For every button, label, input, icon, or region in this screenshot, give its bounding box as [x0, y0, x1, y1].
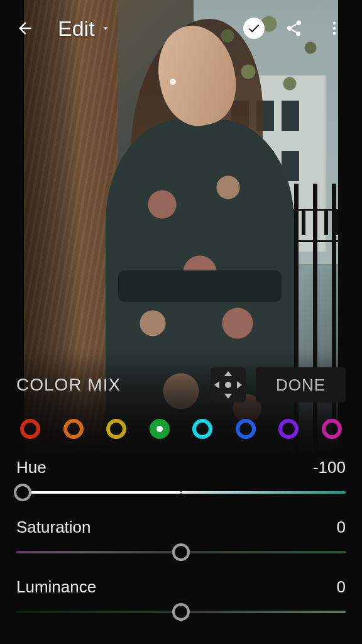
color-swatch-purple[interactable] [278, 419, 299, 439]
hue-slider[interactable] [16, 486, 346, 499]
color-mix-panel: COLOR MIX DONE Hue -100 [0, 355, 362, 644]
top-bar: Edit [0, 0, 362, 57]
done-label: DONE [276, 375, 326, 395]
hue-slider-group: Hue -100 [16, 458, 346, 499]
saturation-value: 0 [337, 518, 346, 537]
photo-subject-earring [170, 79, 176, 85]
panel-title: COLOR MIX [16, 375, 121, 395]
apply-button[interactable] [239, 13, 269, 43]
color-swatch-green[interactable] [150, 419, 170, 439]
share-button[interactable] [279, 13, 309, 43]
color-swatch-row [20, 419, 342, 439]
svg-point-2 [333, 32, 336, 35]
hue-knob[interactable] [14, 484, 31, 501]
pan-cross-icon [216, 372, 241, 397]
targeted-adjustment-button[interactable] [211, 367, 246, 402]
color-swatch-aqua[interactable] [192, 419, 212, 439]
done-button[interactable]: DONE [256, 367, 346, 402]
luminance-value: 0 [337, 577, 346, 597]
luminance-slider[interactable] [16, 606, 346, 618]
luminance-label: Luminance [16, 577, 96, 597]
screen-title-dropdown[interactable]: Edit [58, 16, 111, 41]
hue-value: -100 [313, 458, 346, 477]
hue-label: Hue [16, 458, 47, 477]
caret-down-icon [100, 23, 111, 34]
luminance-slider-group: Luminance 0 [16, 577, 346, 618]
back-button[interactable] [13, 16, 38, 41]
saturation-label: Saturation [16, 518, 91, 537]
svg-point-1 [333, 27, 336, 30]
share-icon [285, 19, 304, 38]
svg-point-0 [333, 22, 336, 25]
photo-subject-belt [118, 270, 282, 302]
arrow-left-icon [16, 19, 35, 38]
color-swatch-red[interactable] [20, 419, 40, 439]
color-swatch-magenta[interactable] [322, 419, 342, 439]
hue-track-active [16, 491, 181, 494]
color-swatch-blue[interactable] [236, 419, 256, 439]
color-swatch-orange[interactable] [63, 419, 84, 439]
more-vert-icon [326, 19, 343, 37]
luminance-knob[interactable] [172, 603, 190, 621]
screen-title: Edit [58, 16, 95, 41]
hue-track-rest [181, 491, 346, 494]
app-root: Edit COLOR MIX [0, 0, 362, 644]
saturation-slider[interactable] [16, 546, 346, 558]
saturation-knob[interactable] [172, 543, 190, 561]
color-swatch-yellow[interactable] [106, 419, 126, 439]
panel-header: COLOR MIX DONE [16, 367, 346, 402]
overflow-menu-button[interactable] [319, 13, 349, 43]
saturation-slider-group: Saturation 0 [16, 518, 346, 558]
check-circle-icon [243, 18, 265, 39]
